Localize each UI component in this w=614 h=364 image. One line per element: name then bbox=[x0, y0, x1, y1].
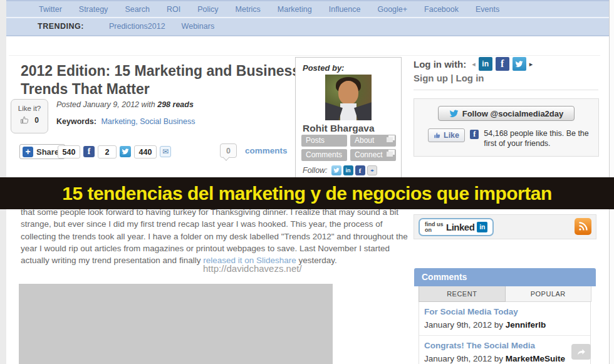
linkedin-wordmark: Linked bbox=[446, 222, 474, 232]
tab-recent[interactable]: RECENT bbox=[419, 286, 506, 302]
comments-panel: Comments RECENT POPULAR For Social Media… bbox=[414, 268, 596, 364]
top-nav: Twitter Strategy Search ROI Policy Metri… bbox=[6, 0, 609, 36]
nav-item-events[interactable]: Events bbox=[476, 5, 499, 14]
keywords-label: Keywords: bbox=[56, 117, 96, 126]
tab-popular[interactable]: POPULAR bbox=[506, 286, 592, 302]
linkedin-badge-icon: in bbox=[477, 222, 487, 232]
facebook-like-button[interactable]: Like bbox=[428, 128, 465, 142]
trending-item-predictions2012[interactable]: Predictions2012 bbox=[109, 22, 165, 31]
next-arrow-icon[interactable]: ▸ bbox=[529, 60, 533, 68]
author-posts-button[interactable]: Posts bbox=[301, 135, 347, 147]
signup-login-row: Sign up | Log in bbox=[414, 73, 484, 83]
nav-links-row: Twitter Strategy Search ROI Policy Metri… bbox=[6, 1, 609, 18]
find-us-on-label: find us on bbox=[425, 222, 444, 233]
login-with-row: Log in with: ◂ in f ▸ bbox=[414, 57, 533, 71]
author-connect-button[interactable]: Connect bbox=[350, 149, 396, 161]
author-about-button[interactable]: About bbox=[350, 135, 396, 147]
email-icon[interactable]: ✉ bbox=[160, 146, 171, 157]
popup-icon bbox=[387, 152, 393, 157]
nav-item-search[interactable]: Search bbox=[125, 5, 150, 14]
linkedin-login-icon[interactable]: in bbox=[479, 57, 492, 71]
like-it-label: Like it? bbox=[11, 105, 48, 112]
trending-label: TRENDING: bbox=[38, 22, 84, 31]
nav-item-metrics[interactable]: Metrics bbox=[236, 5, 261, 14]
article-paragraph: that some people look forward to having … bbox=[21, 206, 409, 266]
comment-meta: January 9th, 2012 by Jenniferlb bbox=[424, 320, 585, 330]
facebook-like-text: 54,168 people like this. Be the first of… bbox=[484, 128, 598, 148]
paragraph-text-end: yesterday. bbox=[296, 256, 337, 265]
like-button-label: Like bbox=[444, 131, 459, 140]
facebook-share-count: 2 bbox=[98, 145, 117, 159]
follow-label: Follow: bbox=[303, 166, 328, 175]
share-plus-icon: + bbox=[23, 147, 33, 157]
twitter-share-count: 440 bbox=[134, 145, 157, 159]
comments-panel-header: Comments bbox=[414, 268, 596, 286]
embed-placeholder bbox=[19, 284, 333, 364]
keyword-marketing[interactable]: Marketing bbox=[101, 117, 135, 126]
posted-date-line: Posted January 9, 2012 with 298 reads bbox=[56, 100, 194, 109]
nav-item-facebook[interactable]: Facebook bbox=[424, 5, 459, 14]
trending-item-webinars[interactable]: Webinars bbox=[182, 22, 215, 31]
nav-item-roi[interactable]: ROI bbox=[167, 5, 180, 14]
page-title: 2012 Edition: 15 Marketing and Business … bbox=[21, 62, 315, 98]
facebook-share-icon[interactable]: f bbox=[83, 146, 95, 157]
facebook-follow-icon[interactable]: f bbox=[355, 165, 365, 175]
comment-author: Jenniferlb bbox=[506, 320, 546, 330]
comment-meta: January 9th, 2012 by MarketMeSuite bbox=[424, 354, 585, 363]
facebook-login-icon[interactable]: f bbox=[496, 57, 509, 71]
linkedin-follow-icon[interactable]: in bbox=[343, 165, 353, 175]
page: Twitter Strategy Search ROI Policy Metri… bbox=[0, 0, 614, 364]
popup-icon bbox=[387, 137, 393, 142]
share-more-icon[interactable]: ◂▸ bbox=[367, 165, 377, 175]
comment-item: For Social Media Today January 9th, 2012… bbox=[419, 302, 590, 336]
comment-title-link[interactable]: For Social Media Today bbox=[424, 307, 585, 316]
reads-count: 298 reads bbox=[157, 100, 194, 109]
keyword-social-business[interactable]: Social Business bbox=[140, 117, 195, 126]
divider: | bbox=[448, 73, 456, 83]
twitter-follow-label: Follow @socialmedia2day bbox=[462, 109, 564, 118]
content-divider bbox=[9, 55, 600, 56]
nav-item-influence[interactable]: Influence bbox=[329, 5, 361, 14]
floating-share-icon[interactable] bbox=[571, 344, 591, 360]
keywords-line: Keywords: Marketing, Social Business bbox=[56, 117, 195, 126]
comments-count-bubble[interactable]: 0 bbox=[220, 143, 237, 158]
log-in-link[interactable]: Log in bbox=[456, 73, 484, 83]
author-name[interactable]: Rohit Bhargava bbox=[303, 123, 375, 134]
social-follow-box: Follow @socialmedia2day Like f 54,168 pe… bbox=[414, 98, 599, 157]
nav-item-policy[interactable]: Policy bbox=[197, 5, 218, 14]
nav-item-marketing[interactable]: Marketing bbox=[278, 5, 312, 14]
watermark-url: http://davidchavezs.net/ bbox=[203, 263, 302, 274]
comment-item: Congrats! The Social Media January 9th, … bbox=[419, 336, 590, 364]
trending-row: TRENDING: Predictions2012 Webinars bbox=[6, 18, 609, 34]
nav-item-googleplus[interactable]: Google+ bbox=[377, 5, 407, 14]
linkedin-panel: find us on Linked in bbox=[414, 214, 596, 239]
prev-arrow-icon[interactable]: ◂ bbox=[472, 60, 476, 68]
login-with-label: Log in with: bbox=[414, 59, 466, 70]
facebook-icon: f bbox=[470, 130, 479, 139]
thumbs-up-icon bbox=[20, 115, 29, 125]
author-box: Posted by: Rohit Bhargava Posts About Co… bbox=[295, 57, 402, 182]
share-button-label: Share bbox=[36, 147, 59, 157]
rss-icon[interactable] bbox=[575, 218, 591, 235]
twitter-share-icon[interactable] bbox=[120, 146, 131, 157]
comments-link[interactable]: comments bbox=[245, 146, 288, 155]
twitter-login-icon[interactable] bbox=[513, 57, 526, 71]
translated-title-banner: 15 tendencias del marketing y de negocio… bbox=[0, 177, 614, 209]
nav-item-strategy[interactable]: Strategy bbox=[79, 5, 108, 14]
author-avatar[interactable] bbox=[325, 75, 372, 120]
like-it-button[interactable]: Like it? 0 bbox=[11, 99, 48, 133]
comment-date: January 9th, 2012 by bbox=[424, 320, 506, 330]
twitter-follow-button[interactable]: Follow @socialmedia2day bbox=[438, 106, 575, 121]
nav-item-twitter[interactable]: Twitter bbox=[39, 5, 62, 14]
about-label: About bbox=[355, 136, 374, 145]
comment-title-link[interactable]: Congrats! The Social Media bbox=[424, 341, 585, 350]
author-comments-button[interactable]: Comments bbox=[301, 149, 347, 161]
connect-label: Connect bbox=[355, 150, 383, 159]
find-us-on-linkedin-button[interactable]: find us on Linked in bbox=[419, 218, 494, 236]
sign-up-link[interactable]: Sign up bbox=[414, 73, 448, 83]
sidebar-divider bbox=[414, 90, 598, 90]
author-follow-row: Follow: in f ◂▸ bbox=[303, 165, 377, 175]
posted-prefix: Posted January 9, 2012 with bbox=[56, 100, 157, 109]
comment-date: January 9th, 2012 by bbox=[424, 354, 506, 363]
twitter-follow-icon[interactable] bbox=[331, 165, 341, 175]
